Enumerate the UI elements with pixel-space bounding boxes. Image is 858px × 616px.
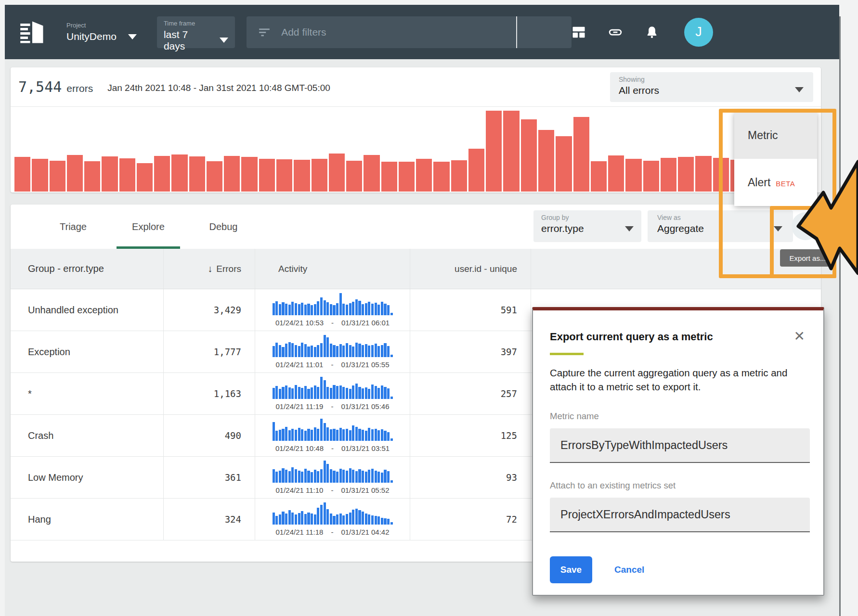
sparkline-bar: [342, 346, 345, 357]
sparkline-bar: [298, 304, 300, 315]
activity-end-date: 01/31/21 05:52: [341, 486, 389, 494]
chevron-down-icon: [625, 226, 634, 231]
cancel-button[interactable]: Cancel: [614, 565, 644, 575]
sparkline-bar: [336, 346, 338, 357]
sparkline-bar: [307, 304, 310, 315]
sparkline-bar: [375, 516, 377, 525]
sparkline-bar: [333, 305, 335, 315]
menu-item-alert[interactable]: Alert BETA: [734, 159, 817, 206]
row-users-cell: 72: [410, 499, 531, 540]
row-errors-value: 361: [225, 472, 241, 483]
tab-debug[interactable]: Debug: [186, 205, 261, 249]
sparkline-bar: [362, 471, 364, 483]
row-activity-cell: 01/24/21 11:01-01/31/21 05:55: [255, 331, 410, 372]
sparkline-bar: [355, 299, 358, 315]
sparkline-bar: [349, 303, 351, 315]
export-button[interactable]: [792, 212, 819, 240]
sparkline-bar: [320, 419, 323, 441]
sparkline-bar: [371, 469, 374, 483]
sparkline-bar: [371, 385, 374, 399]
sparkline-bar: [311, 430, 313, 441]
sparkline-bar: [324, 502, 326, 525]
sparkline-bar: [377, 305, 380, 315]
save-button[interactable]: Save: [550, 556, 592, 583]
sparkline-bar: [282, 429, 284, 441]
error-count: 7,544: [18, 78, 62, 95]
export-upload-icon: [798, 219, 813, 233]
sparkline-bar: [375, 386, 377, 399]
sparkline-bar: [368, 346, 370, 357]
sparkline-bar: [295, 430, 297, 441]
link-icon[interactable]: [608, 25, 623, 39]
row-users-cell: 397: [410, 331, 531, 372]
col-header-label: Errors: [216, 264, 241, 274]
activity-start-date: 01/24/21 10:53: [275, 319, 324, 327]
group-by-select[interactable]: Group by error.type: [533, 210, 641, 242]
sparkline-bar: [288, 510, 291, 525]
sparkline-bar: [387, 346, 390, 357]
showing-select[interactable]: Showing All errors: [610, 72, 813, 102]
col-header-group: Group - error.type: [11, 249, 164, 289]
sparkline-bar: [285, 470, 287, 483]
user-avatar[interactable]: J: [684, 18, 713, 47]
row-users-cell: 257: [410, 373, 531, 414]
sparkline-bar: [346, 514, 348, 525]
dashboard-layout-icon[interactable]: [572, 25, 586, 39]
sparkline-bar: [352, 346, 354, 357]
add-filters-input[interactable]: Add filters: [247, 16, 572, 48]
metric-name-input[interactable]: ErrorsByTypeWithImpactedUsers: [550, 428, 810, 463]
row-errors-value: 1,163: [214, 388, 241, 399]
col-header-errors[interactable]: ↓ Errors: [164, 249, 255, 289]
sparkline-bar: [320, 469, 323, 483]
attach-set-input[interactable]: ProjectXErrorsAndImpactedUsers: [550, 498, 810, 532]
sparkline-bar: [282, 468, 284, 483]
sparkline-bar: [317, 387, 319, 399]
view-as-select[interactable]: View as Aggregate: [648, 210, 793, 242]
sparkline-bar: [346, 388, 348, 399]
metric-name-label: Metric name: [550, 411, 823, 422]
sparkline-bar: [279, 471, 281, 483]
sparkline-bar: [375, 303, 377, 315]
tab-explore[interactable]: Explore: [111, 205, 186, 249]
close-icon[interactable]: ✕: [794, 330, 805, 343]
sparkline-bar: [298, 471, 300, 483]
histogram-bar: [119, 158, 135, 192]
sparkline-bar: [326, 464, 329, 483]
histogram-bar: [102, 156, 117, 192]
sparkline-bar: [282, 387, 284, 399]
sparkline-bar: [311, 305, 313, 315]
sparkline-bar: [275, 472, 278, 483]
row-users-cell: 591: [410, 289, 531, 331]
sparkline-bar: [375, 471, 377, 483]
sparkline-bar: [324, 335, 326, 357]
row-activity-cell: 01/24/21 11:19-01/31/21 05:46: [255, 373, 410, 414]
export-tooltip: Export as...: [780, 249, 835, 267]
row-group-label: Hang: [11, 499, 164, 540]
histogram-bar: [241, 157, 257, 192]
project-selector[interactable]: Project UnityDemo: [66, 22, 137, 42]
sparkline-bar: [336, 303, 338, 315]
sparkline-bar: [275, 301, 278, 315]
tab-triage[interactable]: Triage: [36, 205, 111, 249]
sparkline-bar: [311, 513, 313, 525]
sparkline-bar: [381, 302, 383, 315]
sparkline-bar: [362, 388, 364, 399]
activity-sparkline: [273, 419, 393, 441]
sparkline-bar: [342, 429, 345, 441]
menu-item-metric[interactable]: Metric: [734, 112, 817, 159]
notifications-bell-icon[interactable]: [645, 25, 659, 39]
histogram-bar: [625, 159, 641, 192]
sparkline-bar: [358, 510, 361, 525]
row-users-value: 125: [501, 430, 517, 441]
showing-label: Showing: [619, 76, 805, 83]
sparkline-bar: [275, 431, 278, 441]
sparkline-bar: [384, 431, 386, 441]
row-errors-value: 3,429: [214, 305, 241, 315]
errors-histogram: [14, 109, 816, 192]
sparkline-bar: [368, 470, 370, 483]
sparkline-bar: [301, 303, 303, 315]
sparkline-bar: [336, 386, 338, 399]
sparkline-bar: [288, 342, 291, 357]
project-value: UnityDemo: [66, 31, 117, 42]
timeframe-selector[interactable]: Time frame last 7 days: [157, 16, 235, 48]
